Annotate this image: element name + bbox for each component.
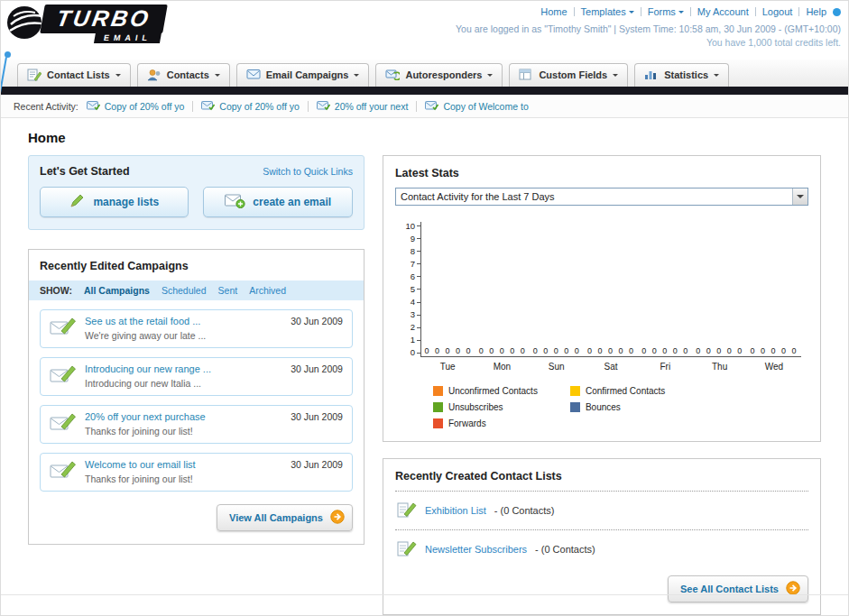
switch-quick-links-link[interactable]: Switch to Quick Links (263, 166, 353, 177)
campaign-title-link[interactable]: Introducing our new range ... (85, 363, 282, 374)
filter-tab-scheduled[interactable]: Scheduled (161, 285, 207, 296)
bar-group-values: 0 0 0 0 0 (639, 346, 693, 355)
chart-legend: Unconfirmed ContactsConfirmed ContactsUn… (433, 386, 808, 428)
y-tick-label: 9 (395, 234, 420, 244)
arrow-right-icon (330, 510, 345, 526)
contact-list-link[interactable]: Exhibition List (425, 505, 486, 516)
envelope-check-icon (87, 100, 100, 113)
envelope-pencil-icon (50, 459, 77, 484)
filter-tab-sent[interactable]: Sent (218, 285, 238, 296)
manage-lists-button[interactable]: manage lists (40, 187, 189, 217)
envelope-check-icon (317, 100, 330, 113)
filter-tab-all-campaigns[interactable]: All Campaigns (84, 285, 150, 296)
contact-list-row: Exhibition List - (0 Contacts) (395, 492, 808, 529)
nav-link-my-account[interactable]: My Account (697, 6, 749, 17)
legend-item: Unsubscribes (433, 402, 570, 412)
chart-plot-area: 0 0 0 0 00 0 0 0 00 0 0 0 00 0 0 0 00 0 … (420, 222, 801, 357)
statistics-icon (644, 69, 659, 81)
recent-activity-item[interactable]: Copy of 20% off yo (87, 100, 185, 113)
logo-secondary-text: EMAIL (94, 32, 161, 43)
x-axis-label: Fri (638, 362, 692, 372)
nav-link-home[interactable]: Home (540, 6, 567, 17)
legend-label: Confirmed Contacts (586, 386, 665, 396)
recently-edited-campaigns-panel: Recently Edited Campaigns SHOW: All Camp… (28, 249, 365, 545)
logo-primary-text: TURBO (40, 5, 168, 33)
bar-group-values: 0 0 0 0 0 (530, 346, 584, 355)
see-all-contact-lists-button[interactable]: See All Contact Lists (668, 575, 808, 602)
campaign-date: 30 Jun 2009 (291, 316, 343, 326)
view-all-campaigns-button[interactable]: View All Campaigns (217, 504, 353, 531)
campaign-subtitle: Thanks for joining our list! (85, 473, 282, 484)
caret-down-icon (487, 74, 493, 79)
envelope-pencil-icon (50, 411, 77, 437)
header: TURBO EMAIL Home Templates Forms My Acco… (1, 1, 848, 60)
get-started-title: Let's Get Started (40, 165, 130, 178)
session-info: You are logged in as "Timothy Smith" | S… (456, 23, 841, 34)
divider (641, 7, 641, 16)
tab-custom-fields[interactable]: Custom Fields (509, 63, 628, 87)
divider (416, 101, 417, 112)
chart-x-labels: TueMonSunSatFriThuWed (420, 362, 801, 372)
bar-group-values: 0 0 0 0 0 (475, 346, 530, 355)
create-email-button[interactable]: create an email (203, 187, 352, 217)
nav-link-logout[interactable]: Logout (762, 6, 793, 17)
contact-list-count: - (0 Contacts) (494, 505, 555, 516)
campaign-title-link[interactable]: Welcome to our email list (85, 459, 282, 470)
nav-link-templates[interactable]: Templates (581, 6, 634, 17)
tab-contacts[interactable]: Contacts (137, 63, 230, 87)
x-axis-label: Thu (692, 362, 746, 372)
bar-group-values: 0 0 0 0 0 (747, 346, 801, 355)
legend-label: Forwards (448, 418, 486, 428)
recent-activity-item[interactable]: Copy of Welcome to (425, 100, 528, 113)
tab-contact-lists[interactable]: Contact Lists (17, 63, 131, 87)
recent-activity-item[interactable]: Copy of 20% off yo (201, 100, 300, 113)
nav-link-help[interactable]: Help (806, 6, 826, 17)
divider (574, 7, 575, 16)
chart-values-row: 0 0 0 0 00 0 0 0 00 0 0 0 00 0 0 0 00 0 … (421, 346, 801, 355)
filter-tab-archived[interactable]: Archived (249, 285, 286, 296)
stats-period-select[interactable]: Contact Activity for the Last 7 Days (395, 188, 808, 206)
help-icon[interactable] (833, 8, 841, 16)
campaign-title-link[interactable]: See us at the retail food ... (85, 316, 282, 326)
tab-autoresponders[interactable]: Autoresponders (375, 63, 503, 87)
divider (192, 101, 193, 112)
campaign-row: See us at the retail food ... We're givi… (40, 309, 353, 348)
custom-fields-icon (519, 69, 533, 81)
autoresponders-icon (385, 69, 400, 81)
stats-select-value: Contact Activity for the Last 7 Days (396, 191, 792, 202)
nav-link-forms[interactable]: Forms (648, 6, 684, 17)
caret-down-icon (115, 74, 121, 79)
campaign-title-link[interactable]: 20% off your next purchase (85, 411, 282, 422)
page-title: Home (28, 130, 821, 145)
x-axis-label: Mon (475, 362, 529, 372)
envelope-check-icon (425, 100, 438, 113)
legend-label: Bounces (586, 402, 621, 412)
caret-down-icon (354, 74, 359, 79)
show-label: SHOW: (40, 285, 72, 296)
contact-lists-panel-title: Recently Created Contact Lists (395, 470, 808, 491)
left-column: Let's Get Started Switch to Quick Links … (28, 155, 365, 545)
campaign-date: 30 Jun 2009 (291, 363, 343, 374)
y-tick-label: 1 (395, 336, 420, 345)
top-nav: Home Templates Forms My Account Logout H… (456, 6, 841, 17)
chart-y-ticks: 109876543210 (395, 222, 420, 357)
header-right: Home Templates Forms My Account Logout H… (456, 6, 841, 48)
divider (798, 7, 799, 16)
x-axis-label: Sun (530, 362, 584, 372)
tab-email-campaigns[interactable]: Email Campaigns (236, 63, 370, 87)
select-caret-icon (792, 188, 807, 205)
caret-down-icon (714, 74, 719, 79)
contact-list-link[interactable]: Newsletter Subscribers (425, 544, 527, 555)
campaign-row: Introducing our new range ... Introducin… (40, 357, 353, 396)
divider (755, 7, 756, 16)
contact-activity-chart: 109876543210 0 0 0 0 00 0 0 0 00 0 0 0 0… (395, 222, 808, 372)
email-campaigns-icon (246, 69, 261, 81)
credits-info: You have 1,000 total credits left. (456, 37, 841, 48)
tab-statistics[interactable]: Statistics (634, 63, 729, 87)
recent-activity-bar: Recent Activity: Copy of 20% off yo Copy… (1, 95, 848, 118)
divider (308, 101, 309, 112)
bar-group-values: 0 0 0 0 0 (421, 346, 475, 355)
y-tick-label: 2 (395, 323, 420, 332)
recent-activity-item[interactable]: 20% off your next (317, 100, 409, 113)
bar-group-values: 0 0 0 0 0 (584, 346, 638, 355)
